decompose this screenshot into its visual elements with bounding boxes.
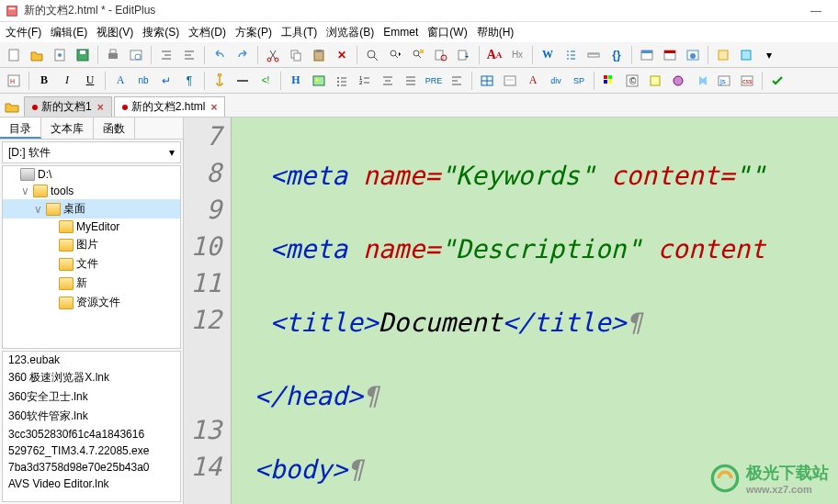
template-button[interactable] (50, 45, 70, 65)
file-list[interactable]: 123.eubak360 极速浏览器X.lnk360安全卫士.lnk360软件管… (2, 351, 181, 502)
css-button[interactable]: css (737, 71, 757, 91)
replace-button[interactable] (408, 45, 428, 65)
file-item[interactable]: 360 极速浏览器X.lnk (3, 368, 180, 387)
italic-button[interactable]: I (57, 71, 77, 91)
menu-project[interactable]: 方案(P) (235, 25, 272, 40)
drive-selector[interactable]: [D:] 软件 ▾ (2, 141, 181, 163)
tree-item[interactable]: 图片 (3, 235, 180, 254)
folder-tree[interactable]: D:\∨tools∨桌面MyEditor图片文件新资源文件 (2, 165, 181, 349)
bracket-button[interactable]: {} (606, 45, 627, 65)
font-tag-button[interactable]: A (110, 71, 130, 91)
menu-file[interactable]: 文件(F) (6, 25, 41, 40)
menu-search[interactable]: 搜索(S) (142, 25, 179, 40)
browser2-button[interactable] (660, 45, 680, 65)
span-button[interactable]: SP (569, 71, 589, 91)
sidebar-tab-directory[interactable]: 目录 (0, 118, 41, 139)
form-button[interactable] (500, 71, 520, 91)
menu-edit[interactable]: 编辑(E) (51, 25, 87, 40)
script-button[interactable]: js (714, 71, 734, 91)
goto-button[interactable] (454, 45, 474, 65)
media-button[interactable] (668, 71, 688, 91)
font-button[interactable]: AA (484, 45, 504, 65)
tool2-button[interactable] (736, 45, 756, 65)
abbr-button[interactable]: A (523, 71, 543, 91)
expand-icon[interactable]: ∨ (19, 185, 30, 197)
paste-button[interactable] (309, 45, 329, 65)
sidebar-tab-cliptext[interactable]: 文本库 (41, 118, 94, 139)
hex-button[interactable]: Hx (507, 45, 527, 65)
color-button[interactable] (599, 71, 619, 91)
new-button[interactable] (4, 45, 24, 65)
find-next-button[interactable] (385, 45, 405, 65)
code-area[interactable]: <meta name="Keywords" content="" <meta n… (232, 118, 838, 504)
menu-browser[interactable]: 浏览器(B) (326, 25, 374, 40)
table-button[interactable] (477, 71, 497, 91)
tool-menu-button[interactable]: ▾ (759, 45, 779, 65)
tool1-button[interactable] (713, 45, 733, 65)
p-button[interactable]: ¶ (179, 71, 199, 91)
print-button[interactable] (103, 45, 123, 65)
expand-icon[interactable]: ∨ (32, 203, 43, 216)
preview-button[interactable] (126, 45, 146, 65)
validate-button[interactable] (767, 71, 787, 91)
find-files-button[interactable] (431, 45, 451, 65)
close-icon[interactable]: × (210, 101, 217, 114)
close-icon[interactable]: × (97, 101, 104, 114)
tree-item[interactable]: 资源文件 (3, 293, 180, 312)
editor[interactable]: 7891011121314 <meta name="Keywords" cont… (184, 118, 838, 504)
object-button[interactable] (645, 71, 665, 91)
char-button[interactable]: © (622, 71, 642, 91)
menu-tools[interactable]: 工具(T) (281, 25, 317, 40)
file-item[interactable]: 360安全卫士.lnk (3, 387, 180, 407)
wordwrap-button[interactable]: W (538, 45, 558, 65)
file-item[interactable]: 3cc3052830f61c4a1843616 (3, 426, 180, 442)
html-button[interactable]: H (4, 71, 24, 91)
ul-button[interactable] (332, 71, 352, 91)
file-item[interactable]: 7ba3d3758d98e70e25b43a0 (3, 459, 180, 476)
redo-button[interactable] (232, 45, 253, 65)
ruler-button[interactable] (583, 45, 604, 65)
pre-button[interactable]: PRE (424, 71, 444, 91)
indent-left-button[interactable] (156, 45, 176, 65)
file-item[interactable]: 529762_TIM3.4.7.22085.exe (3, 442, 180, 459)
tree-item[interactable]: 新 (3, 274, 180, 293)
indent-right-button[interactable] (179, 45, 199, 65)
menu-emmet[interactable]: Emmet (383, 26, 418, 39)
copy-button[interactable] (286, 45, 306, 65)
menu-view[interactable]: 视图(V) (96, 25, 133, 40)
tree-item[interactable]: ∨tools (3, 183, 180, 199)
minimize-button[interactable]: — (799, 0, 832, 22)
hr-button[interactable] (232, 71, 253, 91)
underline-button[interactable]: U (80, 71, 100, 91)
find-button[interactable] (362, 45, 382, 65)
tree-item[interactable]: ∨桌面 (3, 199, 180, 218)
linenum-button[interactable] (561, 45, 581, 65)
center-button[interactable] (378, 71, 398, 91)
nbsp-button[interactable]: nb (133, 71, 153, 91)
file-item[interactable]: AVS Video Editor.lnk (3, 476, 180, 492)
browser3-button[interactable] (683, 45, 703, 65)
browser1-button[interactable] (637, 45, 657, 65)
heading-button[interactable]: H (286, 71, 306, 91)
file-item[interactable]: 123.eubak (3, 352, 180, 368)
tree-item[interactable]: MyEditor (3, 218, 180, 235)
menu-help[interactable]: 帮助(H) (477, 25, 515, 40)
file-item[interactable]: 360软件管家.lnk (3, 407, 180, 426)
undo-button[interactable] (210, 45, 230, 65)
anchor-button[interactable] (210, 71, 230, 91)
menu-window[interactable]: 窗口(W) (427, 25, 467, 40)
sidebar-tab-functions[interactable]: 函数 (94, 118, 135, 139)
open-button[interactable] (27, 45, 47, 65)
directory-icon[interactable] (4, 97, 20, 114)
tree-item[interactable]: D:\ (3, 166, 180, 183)
tab-doc2[interactable]: 新的文档2.html × (114, 96, 226, 117)
tree-item[interactable]: 文件 (3, 254, 180, 274)
ol-button[interactable]: 12 (355, 71, 375, 91)
tab-doc1[interactable]: 新的文档1 × (24, 96, 112, 117)
bold-button[interactable]: B (34, 71, 54, 91)
image-button[interactable] (309, 71, 329, 91)
audio-button[interactable] (691, 71, 711, 91)
align-button[interactable] (401, 71, 421, 91)
cut-button[interactable] (263, 45, 283, 65)
div-button[interactable]: div (546, 71, 566, 91)
